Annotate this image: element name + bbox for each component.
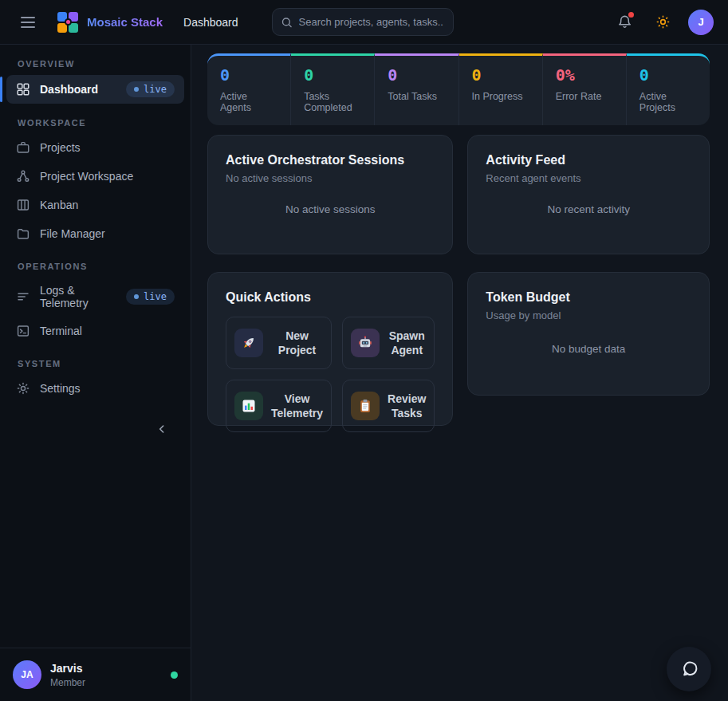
logs-icon xyxy=(16,289,30,304)
search-input[interactable] xyxy=(272,8,454,36)
card-subtitle: Recent agent events xyxy=(486,172,691,184)
section-label-system: System xyxy=(6,354,184,373)
stat-label: Tasks Completed xyxy=(304,91,361,113)
nodes-icon xyxy=(16,169,30,183)
card-title: Activity Feed xyxy=(486,153,691,167)
user-panel[interactable]: JA Jarvis Member xyxy=(0,648,191,701)
stat-in-progress: 0 In Progress xyxy=(459,53,543,125)
action-label: View Telemetry xyxy=(271,392,323,420)
stat-total-tasks: 0 Total Tasks xyxy=(375,53,458,125)
brand[interactable]: Mosaic Stack xyxy=(57,12,163,33)
chat-bubble-icon xyxy=(680,660,698,679)
stat-error-rate: 0% Error Rate xyxy=(543,53,627,125)
chat-fab-button[interactable] xyxy=(667,647,711,691)
action-label: New Project xyxy=(271,329,323,357)
spawn-agent-button[interactable]: Spawn Agent xyxy=(342,317,435,369)
sidebar-item-settings[interactable]: Settings xyxy=(6,375,184,402)
notification-dot xyxy=(628,12,634,18)
stat-value: 0% xyxy=(556,66,613,85)
token-budget-card: Token Budget Usage by model No budget da… xyxy=(467,272,710,396)
main-content: 0 Active Agents 0 Tasks Completed 0 Tota… xyxy=(191,45,728,701)
empty-state: No budget data xyxy=(486,321,691,379)
sidebar-item-label: Terminal xyxy=(40,325,82,337)
stat-label: Active Agents xyxy=(220,91,277,113)
stat-active-agents: 0 Active Agents xyxy=(207,53,291,125)
user-avatar-initials: JA xyxy=(13,660,41,689)
sidebar-item-label: Logs & Telemetry xyxy=(40,284,116,309)
quick-actions-card: Quick Actions New Project Spawn Agent xyxy=(207,272,453,426)
empty-state: No recent activity xyxy=(486,184,691,238)
stat-value: 0 xyxy=(388,66,445,85)
briefcase-icon xyxy=(16,140,30,155)
sidebar-item-dashboard[interactable]: Dashboard live xyxy=(6,75,184,104)
card-subtitle: No active sessions xyxy=(226,172,435,184)
sidebar-item-terminal[interactable]: Terminal xyxy=(6,317,184,345)
empty-state: No active sessions xyxy=(226,184,435,238)
stats-row: 0 Active Agents 0 Tasks Completed 0 Tota… xyxy=(207,53,710,125)
stat-label: Total Tasks xyxy=(388,91,445,102)
card-subtitle: Usage by model xyxy=(486,309,691,321)
stat-value: 0 xyxy=(304,66,361,85)
stat-value: 0 xyxy=(472,66,529,85)
top-header: Mosaic Stack Dashboard J xyxy=(0,0,728,45)
mosaic-logo-icon xyxy=(57,12,78,33)
action-label: Review Tasks xyxy=(388,392,426,420)
section-label-operations: Operations xyxy=(6,257,184,276)
kanban-icon xyxy=(16,198,30,212)
online-status-dot xyxy=(171,671,178,679)
active-indicator xyxy=(0,77,2,102)
search xyxy=(272,8,454,36)
clipboard-icon xyxy=(351,392,380,420)
stat-label: In Progress xyxy=(472,91,529,102)
search-icon xyxy=(281,16,293,28)
sun-icon xyxy=(655,14,671,30)
stat-value: 0 xyxy=(220,66,277,85)
sidebar-item-label: Dashboard xyxy=(40,83,98,96)
folder-icon xyxy=(16,226,30,241)
stat-active-projects: 0 Active Projects xyxy=(627,53,710,125)
sidebar-item-file-manager[interactable]: File Manager xyxy=(6,220,184,247)
terminal-icon xyxy=(16,324,30,338)
chart-icon xyxy=(234,392,263,420)
grid-icon xyxy=(16,82,30,96)
theme-toggle-button[interactable] xyxy=(650,10,675,35)
sidebar-item-label: File Manager xyxy=(40,227,105,240)
sidebar-item-label: Settings xyxy=(40,382,81,395)
view-telemetry-button[interactable]: View Telemetry xyxy=(226,380,332,432)
user-name: Jarvis xyxy=(50,662,85,675)
sidebar-item-kanban[interactable]: Kanban xyxy=(6,191,184,219)
sidebar-item-label: Kanban xyxy=(40,199,78,211)
brand-name: Mosaic Stack xyxy=(87,15,163,29)
card-title: Active Orchestrator Sessions xyxy=(226,153,435,167)
stat-label: Error Rate xyxy=(556,91,613,102)
stat-value: 0 xyxy=(639,66,697,85)
rocket-icon xyxy=(234,329,263,357)
sidebar-item-label: Projects xyxy=(40,141,81,154)
sidebar-item-project-workspace[interactable]: Project Workspace xyxy=(6,163,184,190)
new-project-button[interactable]: New Project xyxy=(226,317,332,369)
sidebar-collapse-button[interactable] xyxy=(151,418,173,440)
menu-icon[interactable] xyxy=(16,12,40,33)
notifications-button[interactable] xyxy=(612,10,637,35)
sidebar-item-label: Project Workspace xyxy=(40,170,133,183)
sidebar-item-projects[interactable]: Projects xyxy=(6,134,184,161)
live-badge: live xyxy=(126,289,175,305)
sidebar-item-logs-telemetry[interactable]: Logs & Telemetry live xyxy=(6,278,184,316)
sidebar: Overview Dashboard live Workspace Projec… xyxy=(0,45,191,701)
live-badge: live xyxy=(126,81,175,97)
user-avatar[interactable]: J xyxy=(688,10,714,35)
robot-icon xyxy=(351,329,380,357)
chevron-left-icon xyxy=(155,423,168,435)
card-title: Quick Actions xyxy=(226,290,435,305)
breadcrumb: Dashboard xyxy=(183,16,238,29)
activity-feed-card: Activity Feed Recent agent events No rec… xyxy=(467,135,710,254)
action-label: Spawn Agent xyxy=(388,329,426,357)
gear-icon xyxy=(16,381,30,396)
user-role: Member xyxy=(50,677,85,688)
stat-tasks-completed: 0 Tasks Completed xyxy=(291,53,375,125)
review-tasks-button[interactable]: Review Tasks xyxy=(342,380,435,432)
section-label-workspace: Workspace xyxy=(6,113,184,132)
card-title: Token Budget xyxy=(486,290,691,305)
active-sessions-card: Active Orchestrator Sessions No active s… xyxy=(207,135,453,254)
stat-label: Active Projects xyxy=(639,91,697,113)
